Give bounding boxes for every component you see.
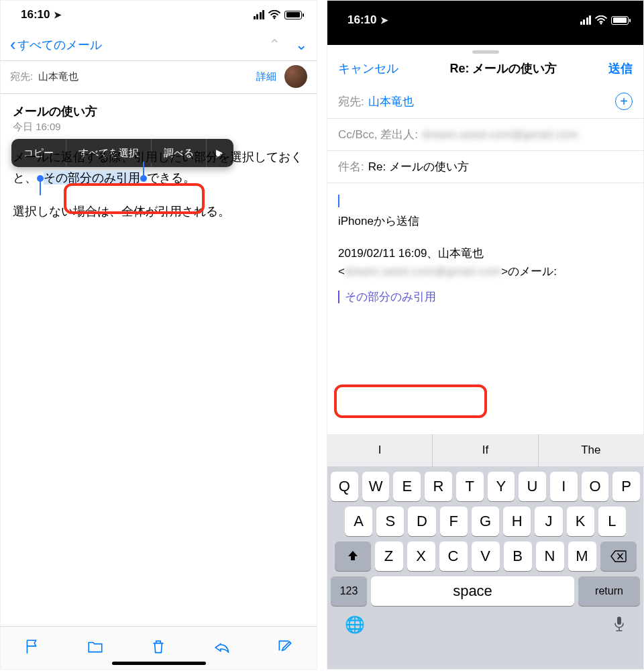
cc-label: Cc/Bcc, 差出人: bbox=[338, 127, 418, 142]
key-y[interactable]: Y bbox=[488, 472, 515, 501]
to-name[interactable]: 山本竜也 bbox=[368, 94, 414, 109]
subject-field[interactable]: 件名: Re: メールの使い方 bbox=[327, 151, 643, 183]
selection-handle-end[interactable] bbox=[140, 175, 147, 182]
wifi-icon bbox=[595, 15, 607, 25]
detail-button[interactable]: 詳細 bbox=[256, 70, 276, 83]
key-row-1: QWERTYUIOP bbox=[327, 466, 643, 501]
return-key[interactable]: return bbox=[578, 576, 640, 606]
status-bar: 16:10 ➤ bbox=[327, 1, 643, 36]
key-o[interactable]: O bbox=[582, 472, 609, 501]
trash-button[interactable] bbox=[150, 638, 167, 658]
message-subject: メールの使い方 bbox=[13, 103, 305, 119]
location-icon: ➤ bbox=[54, 9, 62, 20]
add-recipient-button[interactable]: + bbox=[615, 93, 633, 110]
key-g[interactable]: G bbox=[472, 507, 499, 536]
quote-header: 2019/02/11 16:09、山本竜也 <dream.seed.com@gm… bbox=[338, 245, 633, 280]
selection-handle-start[interactable] bbox=[37, 175, 44, 182]
globe-key[interactable]: 🌐 bbox=[345, 615, 365, 637]
battery-icon bbox=[284, 11, 302, 19]
key-n[interactable]: N bbox=[536, 541, 564, 571]
quoted-text: その部分のみ引用 bbox=[338, 289, 633, 306]
selected-text[interactable]: その部分のみ引用 bbox=[44, 171, 140, 185]
svg-point-1 bbox=[600, 23, 602, 25]
keyboard: I If The QWERTYUIOP ASDFGHJKL ZXCVBNM 12… bbox=[327, 434, 643, 669]
compose-nav: キャンセル Re: メールの使い方 送信 bbox=[327, 54, 643, 85]
reply-button[interactable] bbox=[213, 638, 231, 658]
chevron-left-icon: ‹ bbox=[10, 34, 16, 55]
location-icon: ➤ bbox=[380, 15, 388, 25]
status-time: 16:10 bbox=[347, 13, 376, 27]
svg-point-0 bbox=[274, 17, 276, 19]
key-row-4: 123 space return bbox=[327, 571, 643, 606]
key-l[interactable]: L bbox=[598, 507, 626, 536]
key-t[interactable]: T bbox=[456, 472, 484, 501]
recipient-row: 宛先: 山本竜也 詳細 bbox=[1, 61, 317, 93]
move-button[interactable] bbox=[87, 638, 104, 658]
message-date: 今日 16:09 bbox=[13, 121, 305, 134]
mail-read-screen: 16:10 ➤ ‹ すべてのメール ⌃ ⌄ 宛先: 山本竜也 詳細 メールの使い… bbox=[0, 0, 317, 670]
flag-button[interactable] bbox=[23, 638, 41, 658]
key-k[interactable]: K bbox=[567, 507, 594, 536]
compose-title: Re: メールの使い方 bbox=[449, 60, 557, 76]
compose-button[interactable] bbox=[276, 638, 294, 658]
suggestion-1[interactable]: I bbox=[327, 434, 433, 466]
key-u[interactable]: U bbox=[519, 472, 546, 501]
sheet-backdrop[interactable] bbox=[327, 36, 643, 45]
avatar[interactable] bbox=[284, 65, 307, 88]
key-row-3: ZXCVBNM bbox=[327, 536, 643, 571]
key-h[interactable]: H bbox=[503, 507, 531, 536]
message-header: メールの使い方 今日 16:09 bbox=[1, 94, 317, 138]
key-x[interactable]: X bbox=[407, 541, 435, 571]
annotation-highlight bbox=[334, 384, 487, 418]
backspace-key[interactable] bbox=[600, 541, 637, 571]
mic-key[interactable] bbox=[612, 615, 626, 637]
key-f[interactable]: F bbox=[440, 507, 468, 536]
key-c[interactable]: C bbox=[439, 541, 468, 571]
key-p[interactable]: P bbox=[612, 472, 640, 501]
back-label: すべてのメール bbox=[17, 37, 102, 53]
key-row-2: ASDFGHJKL bbox=[327, 501, 643, 536]
compose-body[interactable]: iPhoneから送信 2019/02/11 16:09、山本竜也 <dream.… bbox=[327, 183, 643, 315]
key-v[interactable]: V bbox=[472, 541, 500, 571]
from-email: dream.seed.com@gmail.com bbox=[422, 128, 578, 142]
to-name[interactable]: 山本竜也 bbox=[38, 70, 78, 82]
body-text-post: できる。 bbox=[147, 171, 195, 185]
key-j[interactable]: J bbox=[535, 507, 562, 536]
space-key[interactable]: space bbox=[371, 576, 574, 606]
key-e[interactable]: E bbox=[393, 472, 421, 501]
nav-bar: ‹ すべてのメール ⌃ ⌄ bbox=[1, 29, 317, 61]
compose-sheet: キャンセル Re: メールの使い方 送信 宛先: 山本竜也 + Cc/Bcc, … bbox=[327, 45, 643, 669]
key-w[interactable]: W bbox=[362, 472, 390, 501]
signature: iPhoneから送信 bbox=[338, 213, 633, 230]
key-d[interactable]: D bbox=[408, 507, 435, 536]
subject-label: 件名: bbox=[338, 159, 364, 174]
to-label: 宛先: bbox=[338, 94, 364, 109]
wifi-icon bbox=[268, 10, 280, 19]
key-b[interactable]: B bbox=[504, 541, 532, 571]
battery-icon bbox=[611, 16, 629, 25]
prev-message-button[interactable]: ⌃ bbox=[268, 36, 280, 54]
key-z[interactable]: Z bbox=[375, 541, 403, 571]
signal-icon bbox=[254, 10, 265, 19]
cancel-button[interactable]: キャンセル bbox=[338, 60, 398, 76]
status-time: 16:10 bbox=[21, 8, 50, 21]
next-message-button[interactable]: ⌄ bbox=[295, 36, 307, 54]
to-field[interactable]: 宛先: 山本竜也 + bbox=[327, 85, 643, 119]
key-s[interactable]: S bbox=[376, 507, 404, 536]
mail-compose-screen: 16:10 ➤ キャンセル Re: メールの使い方 送信 宛先: 山本竜也 + … bbox=[327, 0, 644, 670]
cc-field[interactable]: Cc/Bcc, 差出人: dream.seed.com@gmail.com bbox=[327, 119, 643, 151]
key-i[interactable]: I bbox=[550, 472, 578, 501]
key-m[interactable]: M bbox=[568, 541, 596, 571]
signal-icon bbox=[580, 15, 592, 25]
send-button[interactable]: 送信 bbox=[608, 60, 633, 76]
key-r[interactable]: R bbox=[425, 472, 452, 501]
suggestion-3[interactable]: The bbox=[539, 434, 643, 466]
key-q[interactable]: Q bbox=[331, 472, 358, 501]
numbers-key[interactable]: 123 bbox=[331, 576, 367, 606]
status-bar: 16:10 ➤ bbox=[1, 1, 317, 29]
suggestion-2[interactable]: If bbox=[433, 434, 538, 466]
key-a[interactable]: A bbox=[345, 507, 372, 536]
home-indicator[interactable] bbox=[112, 662, 206, 665]
shift-key[interactable] bbox=[335, 541, 371, 571]
back-button[interactable]: ‹ すべてのメール bbox=[10, 34, 102, 55]
